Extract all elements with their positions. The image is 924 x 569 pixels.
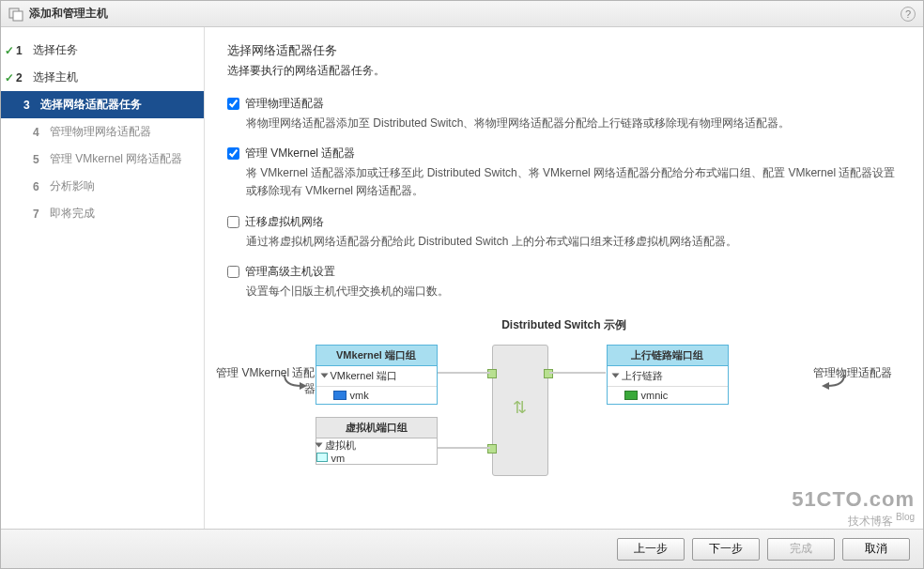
step-manage-physical: 4 管理物理网络适配器 [1, 118, 204, 146]
dialog-footer: 上一步 下一步 完成 取消 [1, 529, 923, 568]
triangle-icon [315, 442, 322, 447]
svg-rect-1 [13, 11, 23, 21]
dialog-body: ✓ 1 选择任务 ✓ 2 选择主机 3 选择网络适配器任务 4 管理物理网络适配… [1, 27, 923, 529]
page-subtitle: 选择要执行的网络适配器任务。 [227, 63, 901, 79]
option-label: 管理 VMkernel 适配器 [245, 146, 355, 161]
back-button[interactable]: 上一步 [617, 538, 685, 561]
bidirectional-arrows-icon: ⇅ [513, 397, 527, 418]
connector-line [438, 447, 490, 449]
dvswitch-diagram: 管理 VMkernel 适配器 管理物理适配器 VMkernel 端口组 VMk… [301, 345, 827, 514]
titlebar: 添加和管理主机 ? [1, 1, 923, 27]
vmk-nic-icon [333, 391, 346, 400]
step-select-task[interactable]: ✓ 1 选择任务 [1, 37, 204, 64]
checkbox-advanced-host-settings[interactable] [227, 266, 239, 278]
box-header: VMkernel 端口组 [316, 346, 437, 366]
help-icon[interactable]: ? [901, 7, 916, 22]
switch-port-icon [487, 369, 497, 378]
vm-portgroup-box: 虚拟机端口组 虚拟机 vm [316, 417, 438, 465]
step-analyze-impact: 6 分析影响 [1, 173, 204, 200]
hosts-icon [8, 7, 23, 22]
checkbox-migrate-vm-network[interactable] [227, 216, 239, 228]
checkbox-manage-vmkernel[interactable] [227, 147, 239, 160]
box-item: vmnic [608, 387, 728, 404]
box-item: vmk [316, 387, 437, 404]
switch-port-icon [544, 369, 553, 378]
arrow-left-icon [283, 373, 311, 392]
option-manage-vmkernel: 管理 VMkernel 适配器 将 VMkernel 适配器添加或迁移至此 Di… [227, 146, 901, 200]
connector-line [549, 372, 606, 374]
main-panel: 选择网络适配器任务 选择要执行的网络适配器任务。 管理物理适配器 将物理网络适配… [205, 27, 923, 529]
connector-line [438, 372, 490, 374]
switch-body: ⇅ [492, 345, 548, 476]
box-header: 虚拟机端口组 [316, 418, 437, 438]
vm-icon [316, 453, 328, 462]
option-label: 管理物理适配器 [245, 96, 324, 112]
check-icon: ✓ [5, 71, 14, 85]
option-desc: 设置每个旧版主机代理交换机的端口数。 [246, 283, 901, 300]
triangle-icon [611, 374, 619, 378]
next-button[interactable]: 下一步 [692, 538, 760, 561]
option-desc: 将物理网络适配器添加至 Distributed Switch、将物理网络适配器分… [246, 115, 901, 132]
box-header: 上行链路端口组 [608, 346, 728, 366]
step-select-adapter-tasks[interactable]: 3 选择网络适配器任务 [1, 91, 204, 118]
option-manage-physical: 管理物理适配器 将物理网络适配器添加至 Distributed Switch、将… [227, 96, 901, 132]
vmkernel-portgroup-box: VMkernel 端口组 VMkernel 端口 vmk [316, 345, 438, 405]
box-row: VMkernel 端口 [316, 366, 437, 387]
uplink-portgroup-box: 上行链路端口组 上行链路 vmnic [607, 345, 729, 405]
cancel-button[interactable]: 取消 [842, 538, 910, 561]
option-label: 迁移虚拟机网络 [245, 214, 324, 230]
checkbox-manage-physical[interactable] [227, 98, 239, 110]
step-select-hosts[interactable]: ✓ 2 选择主机 [1, 64, 204, 91]
page-title: 选择网络适配器任务 [227, 42, 901, 59]
dialog-title: 添加和管理主机 [29, 6, 901, 22]
svg-marker-2 [300, 382, 307, 390]
wizard-sidebar: ✓ 1 选择任务 ✓ 2 选择主机 3 选择网络适配器任务 4 管理物理网络适配… [1, 27, 205, 529]
switch-port-icon [487, 444, 497, 454]
step-ready-complete: 7 即将完成 [1, 200, 204, 227]
box-item: vm [316, 453, 437, 464]
check-icon: ✓ [5, 44, 14, 57]
box-row: 上行链路 [608, 366, 728, 387]
arrow-right-icon [818, 373, 846, 392]
diagram-title: Distributed Switch 示例 [227, 317, 901, 333]
triangle-icon [320, 374, 328, 378]
option-advanced-host-settings: 管理高级主机设置 设置每个旧版主机代理交换机的端口数。 [227, 264, 901, 300]
option-desc: 通过将虚拟机网络适配器分配给此 Distributed Switch 上的分布式… [246, 233, 901, 251]
dialog-add-manage-hosts: 添加和管理主机 ? ✓ 1 选择任务 ✓ 2 选择主机 3 选择网络适配器任务 … [0, 0, 924, 569]
option-desc: 将 VMkernel 适配器添加或迁移至此 Distributed Switch… [246, 164, 901, 200]
option-label: 管理高级主机设置 [245, 264, 335, 280]
option-migrate-vm-network: 迁移虚拟机网络 通过将虚拟机网络适配器分配给此 Distributed Swit… [227, 214, 901, 251]
svg-marker-3 [822, 382, 829, 390]
vmnic-icon [624, 391, 638, 400]
finish-button: 完成 [767, 538, 835, 561]
box-row: 虚拟机 [316, 438, 437, 453]
step-manage-vmkernel: 5 管理 VMkernel 网络适配器 [1, 146, 204, 173]
